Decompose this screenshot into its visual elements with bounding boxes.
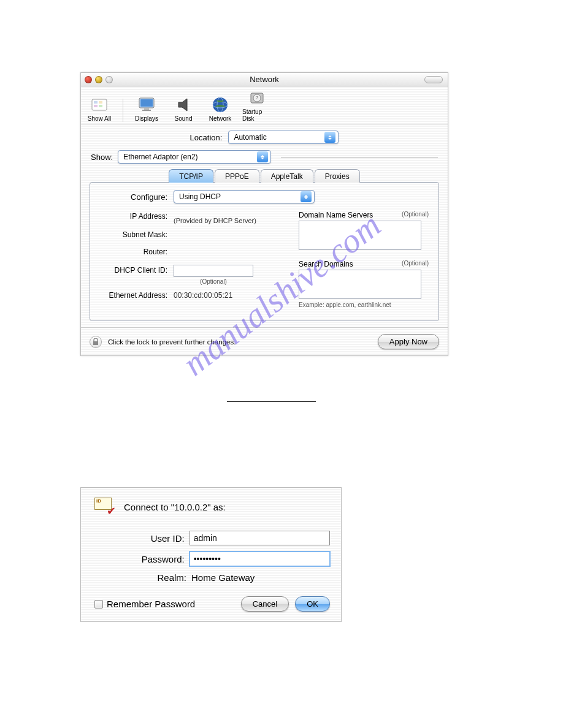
svg-marker-9	[178, 99, 187, 111]
tab-tcpip[interactable]: TCP/IP	[169, 169, 213, 183]
toolbar-label: Sound	[175, 115, 193, 122]
show-label: Show:	[91, 153, 113, 162]
eth-addr-value: 00:30:cd:00:05:21	[174, 290, 284, 300]
toolbar-label: Displays	[135, 115, 158, 122]
search-domains-input[interactable]	[299, 270, 421, 299]
location-select[interactable]: Automatic	[228, 131, 339, 144]
auth-id-icon: ✔	[94, 498, 114, 516]
realm-value: Home Gateway	[191, 572, 255, 583]
svg-rect-4	[99, 105, 102, 107]
dropdown-arrows-icon	[257, 151, 268, 162]
configure-select[interactable]: Using DHCP	[174, 190, 315, 203]
tab-proxies[interactable]: Proxies	[315, 169, 360, 183]
ip-note: (Provided by DHCP Server)	[174, 211, 284, 224]
checkbox-icon	[94, 600, 103, 609]
tabs: TCP/IP PPPoE AppleTalk Proxies	[81, 169, 448, 182]
toolbar-divider	[123, 99, 123, 122]
dhcp-client-label: DHCP Client ID:	[100, 265, 167, 275]
auth-heading: Connect to "10.0.0.2" as:	[124, 502, 226, 512]
userid-label: User ID:	[92, 533, 185, 544]
remember-label: Remember Password	[107, 599, 195, 609]
tab-pppoe[interactable]: PPPoE	[215, 169, 259, 183]
startup-disk-icon: ?	[247, 89, 267, 107]
showall-icon	[90, 96, 109, 114]
toolbar: Show All Displays Sound Network ? Startu	[81, 86, 448, 124]
svg-rect-16	[93, 341, 98, 345]
svg-rect-2	[99, 101, 102, 104]
svg-text:?: ?	[256, 96, 258, 100]
tab-appletalk[interactable]: AppleTalk	[261, 169, 313, 183]
apply-now-button[interactable]: Apply Now	[378, 334, 439, 349]
toolbar-label: Show All	[88, 115, 111, 122]
tab-panel-tcpip: Configure: Using DHCP IP Address: (Provi…	[90, 182, 439, 321]
ip-label: IP Address:	[100, 211, 167, 221]
titlebar: Network	[81, 73, 448, 86]
svg-rect-6	[140, 99, 153, 107]
toolbar-item-startup[interactable]: ? Startup Disk	[242, 89, 272, 122]
divider	[227, 401, 316, 402]
toolbar-label: Startup Disk	[242, 108, 272, 122]
svg-rect-8	[142, 110, 151, 111]
ok-button[interactable]: OK	[295, 596, 330, 612]
search-label: Search Domains	[299, 260, 353, 268]
lock-icon[interactable]	[90, 336, 102, 348]
configure-value: Using DHCP	[179, 192, 221, 201]
svg-rect-1	[94, 101, 98, 104]
password-label: Password:	[92, 554, 185, 564]
display-icon	[137, 96, 156, 114]
auth-dialog: ✔ Connect to "10.0.0.2" as: User ID: Pas…	[80, 487, 342, 622]
realm-label: Realm:	[92, 572, 186, 583]
window-title: Network	[81, 75, 448, 84]
show-row: Show: Ethernet Adaptor (en2)	[81, 148, 448, 169]
remember-password-checkbox[interactable]: Remember Password	[94, 599, 195, 609]
dns-optional: (Optional)	[402, 211, 429, 219]
location-label: Location:	[190, 133, 223, 142]
search-optional: (Optional)	[402, 260, 429, 268]
svg-rect-7	[144, 108, 149, 110]
dropdown-arrows-icon	[301, 191, 312, 202]
configure-label: Configure:	[100, 192, 167, 202]
dropdown-arrows-icon	[324, 132, 335, 143]
sound-icon	[174, 96, 193, 114]
location-row: Location: Automatic	[81, 124, 448, 148]
location-value: Automatic	[234, 133, 266, 142]
window-footer: Click the lock to prevent further change…	[81, 327, 448, 355]
toolbar-toggle-pill[interactable]	[424, 76, 443, 83]
toolbar-item-displays[interactable]: Displays	[132, 96, 161, 122]
subnet-label: Subnet Mask:	[100, 229, 167, 239]
lock-text: Click the lock to prevent further change…	[108, 338, 236, 346]
toolbar-label: Network	[209, 115, 232, 122]
userid-input[interactable]	[190, 531, 330, 545]
dhcp-client-optional: (Optional)	[174, 278, 253, 285]
dns-input[interactable]	[299, 221, 421, 250]
divider	[281, 157, 438, 157]
dhcp-client-input[interactable]	[174, 265, 253, 277]
dns-label: Domain Name Servers	[299, 211, 373, 219]
toolbar-item-network[interactable]: Network	[205, 96, 235, 122]
example-text: Example: apple.com, earthlink.net	[299, 301, 429, 308]
password-input[interactable]	[190, 552, 330, 566]
eth-addr-label: Ethernet Address:	[100, 290, 167, 300]
show-value: Ethernet Adaptor (en2)	[123, 153, 197, 161]
svg-rect-3	[94, 105, 98, 107]
cancel-button[interactable]: Cancel	[241, 596, 289, 612]
toolbar-item-sound[interactable]: Sound	[169, 96, 198, 122]
show-select[interactable]: Ethernet Adaptor (en2)	[118, 150, 271, 164]
network-prefs-window: Network Show All Displays Sound N	[80, 72, 448, 356]
router-label: Router:	[100, 246, 167, 256]
network-icon	[210, 96, 230, 114]
toolbar-item-showall[interactable]: Show All	[85, 96, 114, 122]
